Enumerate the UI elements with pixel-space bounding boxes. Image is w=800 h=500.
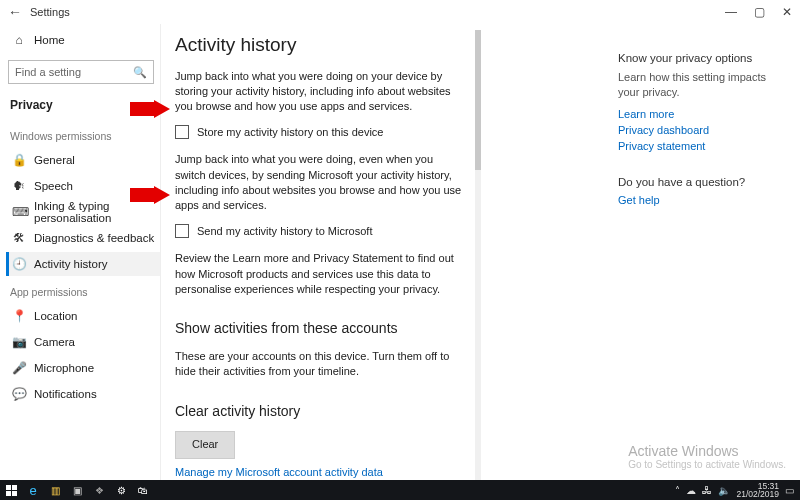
camera-icon: 📷 [12,335,26,349]
checkbox-row-store[interactable]: Store my activity history on this device [175,125,465,140]
lock-icon: 🔒 [12,153,26,167]
close-button[interactable]: ✕ [780,5,794,19]
tray-chevron-icon[interactable]: ˄ [675,485,680,496]
clock-date: 21/02/2019 [736,490,779,499]
main-area: Activity history Jump back into what you… [160,24,800,480]
accounts-paragraph: These are your accounts on this device. … [175,349,465,380]
sidebar-home-label: Home [34,34,65,46]
sidebar-item-label: Speech [34,180,73,192]
aside-pane: Know your privacy options Learn how this… [618,30,788,480]
search-input[interactable]: Find a setting 🔍 [8,60,154,84]
link-privacy-dashboard[interactable]: Privacy dashboard [618,124,788,136]
maximize-button[interactable]: ▢ [752,5,766,19]
speech-icon: 🗣 [12,179,26,193]
tray-network-icon[interactable]: 🖧 [702,485,712,496]
subheading-accounts: Show activities from these accounts [175,319,465,339]
checkbox-store-label: Store my activity history on this device [197,125,383,140]
taskbar-explorer[interactable]: ▥ [44,480,66,500]
taskbar-edge[interactable]: e [22,480,44,500]
sidebar-item-diagnostics[interactable]: 🛠 Diagnostics & feedback [6,226,160,250]
sidebar-home[interactable]: ⌂ Home [6,28,160,52]
checkbox-send-history[interactable] [175,224,189,238]
back-button[interactable]: ← [6,4,24,20]
windows-logo-icon [6,485,17,496]
aside-desc-privacy: Learn how this setting impacts your priv… [618,70,788,100]
svg-marker-0 [130,100,170,118]
search-placeholder: Find a setting [15,66,133,78]
manage-account-link[interactable]: Manage my Microsoft account activity dat… [175,465,465,480]
titlebar: ← Settings — ▢ ✕ [0,0,800,24]
scrollbar-thumb[interactable] [475,30,481,170]
taskbar: e ▥ ▣ ❖ ⚙ 🛍 ˄ ☁ 🖧 🔈 15:31 21/02/2019 ▭ [0,480,800,500]
window-controls: — ▢ ✕ [724,5,794,19]
taskbar-app-1[interactable]: ❖ [88,480,110,500]
sidebar-item-label: Diagnostics & feedback [34,232,154,244]
link-learn-more[interactable]: Learn more [618,108,788,120]
system-tray: ˄ ☁ 🖧 🔈 15:31 21/02/2019 ▭ [675,482,800,499]
history-icon: 🕘 [12,257,26,271]
sidebar-item-notifications[interactable]: 💬 Notifications [6,382,160,406]
aside-title-question: Do you have a question? [618,176,788,188]
clear-button[interactable]: Clear [175,431,235,458]
intro-paragraph-2: Jump back into what you were doing, even… [175,152,465,214]
content-pane: Activity history Jump back into what you… [175,30,475,480]
link-privacy-statement[interactable]: Privacy statement [618,140,788,152]
tray-volume-icon[interactable]: 🔈 [718,485,730,496]
privacy-review-paragraph: Review the Learn more and Privacy Statem… [175,251,465,297]
sidebar-item-label: General [34,154,75,166]
sidebar-item-label: Notifications [34,388,97,400]
page-title: Activity history [175,32,465,59]
keyboard-icon: ⌨ [12,205,26,219]
checkbox-send-label: Send my activity history to Microsoft [197,224,372,239]
content-scrollbar[interactable] [475,30,481,480]
link-get-help[interactable]: Get help [618,194,788,206]
sidebar-item-label: Activity history [34,258,108,270]
sidebar-item-microphone[interactable]: 🎤 Microphone [6,356,160,380]
annotation-arrow-2 [130,186,170,204]
notifications-icon: 💬 [12,387,26,401]
taskbar-store[interactable]: 🛍 [132,480,154,500]
sidebar-section-windows-permissions: Windows permissions [6,122,160,146]
subheading-clear: Clear activity history [175,402,465,422]
sidebar-item-location[interactable]: 📍 Location [6,304,160,328]
tray-onedrive-icon[interactable]: ☁ [686,485,696,496]
taskbar-settings[interactable]: ⚙ [110,480,132,500]
sidebar-item-label: Camera [34,336,75,348]
microphone-icon: 🎤 [12,361,26,375]
checkbox-row-send[interactable]: Send my activity history to Microsoft [175,224,465,239]
svg-marker-1 [130,186,170,204]
home-icon: ⌂ [12,33,26,47]
checkbox-store-history[interactable] [175,125,189,139]
sidebar-item-label: Microphone [34,362,94,374]
tray-action-center-icon[interactable]: ▭ [785,485,794,496]
location-icon: 📍 [12,309,26,323]
aside-title-privacy: Know your privacy options [618,52,788,64]
feedback-icon: 🛠 [12,231,26,245]
sidebar-item-general[interactable]: 🔒 General [6,148,160,172]
search-icon: 🔍 [133,66,147,79]
sidebar: ⌂ Home Find a setting 🔍 Privacy Windows … [0,24,160,480]
annotation-arrow-1 [130,100,170,118]
taskbar-clock[interactable]: 15:31 21/02/2019 [736,482,779,499]
window-title: Settings [30,6,70,18]
minimize-button[interactable]: — [724,5,738,19]
sidebar-item-activity-history[interactable]: 🕘 Activity history [6,252,160,276]
sidebar-section-app-permissions: App permissions [6,278,160,302]
taskbar-terminal[interactable]: ▣ [66,480,88,500]
start-button[interactable] [0,480,22,500]
sidebar-item-camera[interactable]: 📷 Camera [6,330,160,354]
sidebar-item-label: Location [34,310,77,322]
intro-paragraph-1: Jump back into what you were doing on yo… [175,69,465,115]
